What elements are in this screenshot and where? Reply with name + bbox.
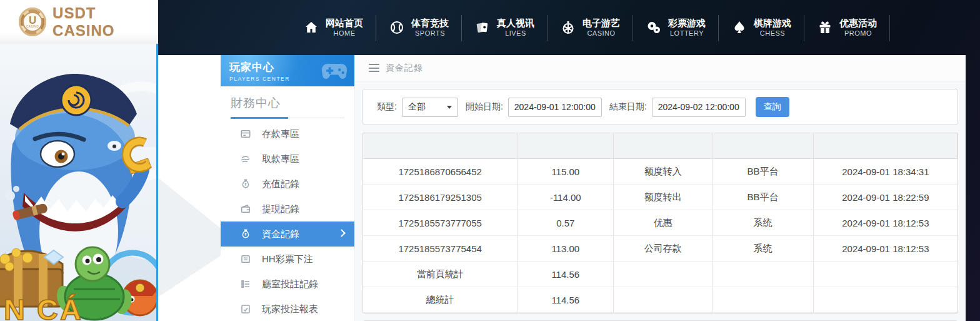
nav-label-zh: 网站首页 bbox=[326, 18, 363, 29]
nav-label-zh: 优惠活动 bbox=[839, 18, 877, 29]
nav-item-sports[interactable]: 体育竞技 SPORTS bbox=[376, 13, 462, 43]
report-icon bbox=[240, 303, 251, 315]
sidebar-item-label: 資金記錄 bbox=[262, 228, 299, 240]
table-header-cell bbox=[518, 133, 614, 158]
chevron-right-icon bbox=[338, 229, 346, 237]
end-date-label: 結束日期: bbox=[609, 101, 647, 113]
nav-item-promo[interactable]: 优惠活动 PROMO bbox=[804, 13, 890, 43]
cell-time: 2024-09-01 18:12:53 bbox=[814, 210, 958, 235]
cell-type: 优惠 bbox=[614, 210, 712, 235]
cell-item bbox=[712, 262, 814, 287]
cell-order-no: 總統計 bbox=[363, 287, 518, 312]
cell-time: 2024-09-01 18:12:53 bbox=[814, 236, 958, 261]
spade-icon bbox=[732, 20, 747, 35]
table-row: 1725186179251305 -114.00 额度转出 BB平台 2024-… bbox=[363, 185, 958, 210]
breadcrumb: 資金記錄 bbox=[355, 55, 966, 81]
sidebar-item-hh-lottery-bets[interactable]: HH彩票下注 bbox=[221, 247, 354, 272]
wallet-icon bbox=[240, 203, 251, 215]
nav-label-en: CHESS bbox=[760, 29, 785, 38]
sidebar-item-label: 取款專區 bbox=[262, 153, 299, 165]
promo-image: N CÁ bbox=[0, 44, 158, 321]
cell-amount: -114.00 bbox=[518, 185, 614, 210]
sidebar-item-label: 廳室投註記錄 bbox=[262, 278, 318, 290]
fishing-game-artwork: N CÁ bbox=[0, 44, 158, 321]
moneybag-icon bbox=[240, 178, 251, 190]
cards-icon bbox=[475, 20, 490, 35]
page-title: 資金記錄 bbox=[386, 63, 423, 74]
finance-section: 財務中心 bbox=[221, 86, 354, 118]
cell-order-no: 當前頁統計 bbox=[363, 262, 518, 287]
cell-type bbox=[614, 262, 712, 287]
nav-label-zh: 棋牌游戏 bbox=[754, 18, 791, 29]
sidebar-item-withdraw-zone[interactable]: 取款專區 bbox=[221, 146, 354, 171]
nav-item-chess[interactable]: 棋牌游戏 CHESS bbox=[719, 13, 804, 43]
cell-type: 额度转入 bbox=[614, 159, 712, 184]
casino-chip-icon: U CASINO bbox=[19, 8, 46, 36]
sidebar-item-funds-record[interactable]: 資金記錄 bbox=[221, 222, 354, 247]
cell-amount: 115.00 bbox=[518, 159, 614, 184]
gift-icon bbox=[818, 20, 832, 35]
nav-label-en: PROMO bbox=[844, 29, 872, 38]
finance-section-title: 財務中心 bbox=[231, 95, 344, 111]
search-button[interactable]: 查詢 bbox=[756, 97, 789, 117]
table-header bbox=[363, 133, 958, 159]
sidebar-item-room-bet-record[interactable]: 廳室投註記錄 bbox=[221, 272, 354, 297]
sidebar-item-label: HH彩票下注 bbox=[262, 253, 313, 265]
sidebar-item-label: 提現記錄 bbox=[262, 203, 299, 215]
sidebar: 玩家中心 PLAYERS CENTER 財務中心 存款專區 取款專區 bbox=[221, 55, 355, 321]
nav-label-zh: 电子游艺 bbox=[582, 18, 620, 29]
brand-title: USDT CASINO bbox=[52, 4, 158, 39]
nav-label-zh: 真人视讯 bbox=[497, 18, 534, 29]
cell-type bbox=[614, 287, 712, 312]
nav-label-zh: 彩票游戏 bbox=[668, 18, 706, 29]
cell-order-no: 1725186870656452 bbox=[363, 159, 518, 184]
start-date-input[interactable] bbox=[508, 98, 602, 117]
cell-type: 额度转出 bbox=[614, 185, 712, 210]
sidebar-item-deposit-zone[interactable]: 存款專區 bbox=[221, 121, 354, 146]
cell-order-no: 1725185573775454 bbox=[363, 236, 518, 261]
cell-time: 2024-09-01 18:34:31 bbox=[814, 159, 958, 184]
sidebar-item-player-bet-report[interactable]: 玩家投注報表 bbox=[221, 297, 354, 321]
promo-caption: N CÁ bbox=[4, 293, 83, 321]
table-header-cell bbox=[712, 133, 814, 158]
chevron-down-icon bbox=[447, 106, 452, 109]
funds-table: 1725186870656452 115.00 额度转入 BB平台 2024-0… bbox=[362, 133, 958, 313]
hand-money-icon bbox=[240, 153, 251, 165]
logo[interactable]: U CASINO USDT CASINO bbox=[0, 0, 158, 44]
main-content: 資金記錄 類型: 全部 開始日期: 結束日期: 查詢 17251868706 bbox=[355, 55, 966, 321]
end-date-input[interactable] bbox=[652, 98, 746, 117]
type-select[interactable]: 全部 bbox=[402, 98, 458, 117]
nav-item-lives[interactable]: 真人视讯 LIVES bbox=[462, 13, 548, 43]
cell-amount: 114.56 bbox=[518, 287, 614, 312]
sidebar-item-label: 玩家投注報表 bbox=[262, 303, 318, 315]
menu-toggle-icon[interactable] bbox=[369, 64, 379, 72]
home-icon bbox=[304, 20, 319, 35]
nav-item-casino[interactable]: 电子游艺 CASINO bbox=[548, 13, 633, 43]
nav-item-home[interactable]: 网站首页 HOME bbox=[291, 13, 376, 43]
table-row: 1725185573775454 113.00 公司存款 系统 2024-09-… bbox=[363, 236, 958, 262]
table-header-cell bbox=[614, 133, 712, 158]
type-label: 類型: bbox=[377, 101, 397, 113]
nav-label-en: HOME bbox=[334, 29, 356, 38]
gamepad-icon bbox=[321, 59, 348, 83]
cell-type: 公司存款 bbox=[614, 236, 712, 261]
sidebar-item-withdraw-record[interactable]: 提現記錄 bbox=[221, 196, 354, 222]
cell-amount: 0.57 bbox=[518, 210, 614, 235]
nav-item-lottery[interactable]: 彩票游戏 LOTTERY bbox=[633, 13, 719, 43]
lottery-balls-icon bbox=[646, 20, 661, 35]
sports-icon bbox=[389, 20, 404, 35]
table-header-cell bbox=[363, 133, 518, 158]
nav-label-en: CASINO bbox=[587, 29, 615, 38]
cell-amount: 114.56 bbox=[518, 262, 614, 287]
cell-time bbox=[814, 287, 958, 312]
cell-item: BB平台 bbox=[712, 159, 814, 184]
nav-label-en: LOTTERY bbox=[670, 29, 704, 38]
list-icon bbox=[240, 278, 251, 290]
roulette-icon bbox=[561, 20, 576, 35]
cell-order-no: 1725185573777055 bbox=[363, 210, 518, 235]
cell-item bbox=[712, 287, 814, 312]
sidebar-menu: 存款專區 取款專區 充值記錄 提現記錄 資金記錄 bbox=[221, 121, 354, 321]
cell-item: 系统 bbox=[712, 210, 814, 235]
sidebar-item-recharge-record[interactable]: 充值記錄 bbox=[221, 171, 354, 196]
chip-caption: CASINO bbox=[26, 26, 39, 29]
